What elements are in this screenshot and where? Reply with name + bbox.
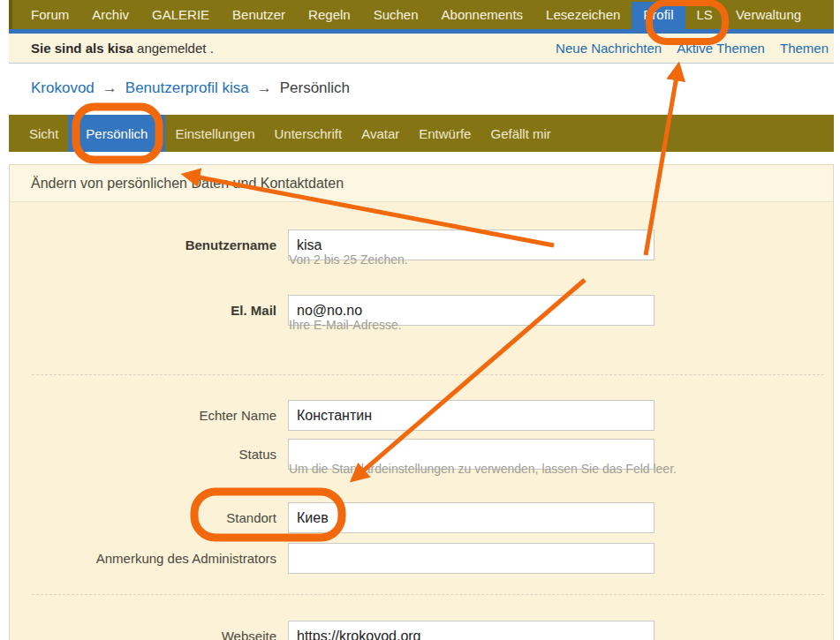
label-benutzername: Benutzername bbox=[32, 230, 276, 260]
separator-dashed bbox=[32, 594, 824, 595]
link-aktive-themen[interactable]: Aktive Themen bbox=[677, 41, 765, 56]
label-echter-name: Echter Name bbox=[32, 400, 276, 431]
tab-entwuerfe[interactable]: Entwürfe bbox=[409, 115, 481, 152]
hint-status: Um die Standardeinstellungen zu verwende… bbox=[289, 462, 677, 476]
label-webseite: Webseite bbox=[32, 621, 276, 640]
section-title: Ändern von persönlichen Daten und Kontak… bbox=[10, 165, 833, 202]
input-echter-name[interactable] bbox=[288, 400, 655, 431]
profile-tab-bar: Sicht Persönlich Einstellungen Unterschr… bbox=[9, 115, 834, 152]
label-admin-anmerkung: Anmerkung des Administrators bbox=[32, 543, 276, 574]
breadcrumb: Krokovod→Benutzerprofil kisa→Persönlich bbox=[31, 79, 350, 97]
breadcrumb-separator: → bbox=[257, 79, 272, 96]
tab-unterschrift[interactable]: Unterschrift bbox=[264, 115, 352, 152]
tab-persoenlich[interactable]: Persönlich bbox=[68, 115, 165, 152]
logged-in-message: Sie sind als kisa angemeldet . bbox=[31, 41, 214, 56]
label-email: El. Mail bbox=[32, 295, 276, 326]
nav-item-lesezeichen[interactable]: Lesezeichen bbox=[534, 2, 632, 29]
label-status: Status bbox=[32, 439, 276, 470]
nav-item-archiv[interactable]: Archiv bbox=[80, 2, 140, 29]
user-bar-links: Neue Nachrichten Aktive Themen Themen bbox=[556, 41, 829, 56]
user-status-bar: Sie sind als kisa angemeldet . Neue Nach… bbox=[9, 34, 834, 64]
nav-item-galerie[interactable]: GALERIE bbox=[140, 2, 221, 29]
profile-form-panel: Ändern von persönlichen Daten und Kontak… bbox=[9, 164, 834, 640]
label-standort: Standort bbox=[32, 502, 276, 533]
breadcrumb-current: Persönlich bbox=[280, 79, 350, 96]
nav-item-suchen[interactable]: Suchen bbox=[362, 2, 430, 29]
nav-item-forum[interactable]: Forum bbox=[19, 2, 80, 29]
nav-item-verwaltung[interactable]: Verwaltung bbox=[724, 2, 813, 29]
input-admin-anmerkung[interactable] bbox=[288, 543, 655, 574]
breadcrumb-profile[interactable]: Benutzerprofil kisa bbox=[125, 79, 249, 96]
breadcrumb-home[interactable]: Krokovod bbox=[31, 79, 95, 96]
link-neue-nachrichten[interactable]: Neue Nachrichten bbox=[556, 41, 662, 56]
top-nav-bar: Forum Archiv GALERIE Benutzer Regeln Suc… bbox=[9, 0, 834, 29]
hint-benutzername: Von 2 bis 25 Zeichen. bbox=[289, 252, 408, 267]
nav-item-regeln[interactable]: Regeln bbox=[297, 2, 362, 29]
tab-gefaellt-mir[interactable]: Gefällt mir bbox=[481, 115, 560, 152]
nav-item-abonnements[interactable]: Abonnements bbox=[430, 2, 535, 29]
input-standort[interactable] bbox=[288, 502, 655, 533]
link-themen[interactable]: Themen bbox=[780, 41, 829, 56]
logged-in-username: Sie sind als kisa bbox=[31, 41, 133, 56]
tab-einstellungen[interactable]: Einstellungen bbox=[165, 115, 264, 152]
nav-item-ls[interactable]: LS bbox=[685, 2, 724, 29]
hint-email: Ihre E-Mail-Adresse. bbox=[289, 318, 402, 332]
nav-item-profil[interactable]: Profil bbox=[632, 2, 685, 29]
tab-avatar[interactable]: Avatar bbox=[352, 115, 409, 152]
nav-item-benutzer[interactable]: Benutzer bbox=[221, 2, 297, 29]
breadcrumb-separator: → bbox=[102, 79, 117, 96]
input-webseite[interactable] bbox=[288, 621, 655, 640]
tab-sicht[interactable]: Sicht bbox=[19, 115, 68, 152]
separator-dashed bbox=[32, 374, 824, 375]
